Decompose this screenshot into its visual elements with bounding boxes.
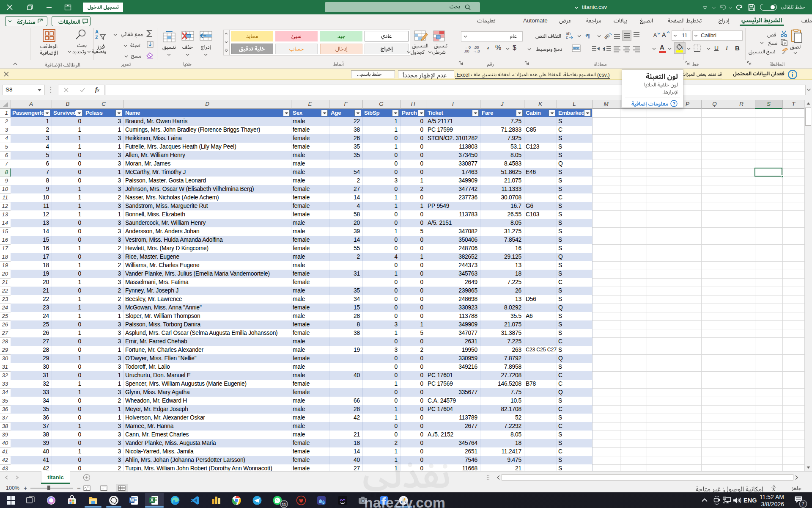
svg-text:11: 11 — [282, 502, 286, 506]
svg-text:.00: .00 — [464, 49, 469, 53]
svg-text:A: A — [95, 29, 99, 34]
svg-text:7: 7 — [802, 501, 804, 506]
svg-text:¶: ¶ — [587, 33, 590, 39]
svg-text:X: X — [151, 497, 154, 502]
svg-text:?: ? — [673, 101, 675, 106]
svg-text:c: c — [566, 35, 568, 40]
svg-text:→.0: →.0 — [473, 49, 480, 53]
svg-text:Z: Z — [95, 35, 98, 40]
svg-text:W: W — [130, 497, 134, 502]
